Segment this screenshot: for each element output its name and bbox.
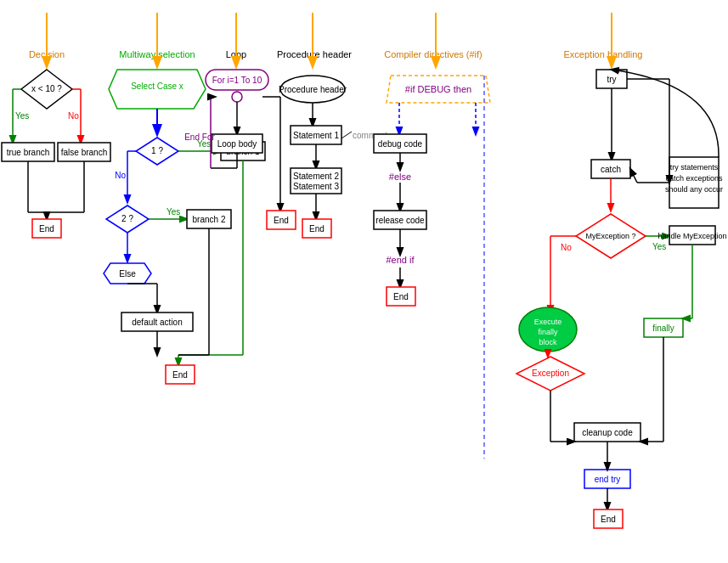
exception-shape-label: Exception (532, 369, 569, 378)
default-action-label: default action (132, 318, 183, 327)
loop-body-label: Loop body (217, 139, 257, 149)
yes-label-2: Yes (166, 207, 180, 217)
try-statements-label3: should any occur (665, 185, 723, 194)
case1-label: 1 ? (151, 146, 163, 155)
statement2-label: Statement 2 (293, 172, 339, 181)
myexception-label: MyException ? (585, 232, 635, 240)
yes-label-exception: Yes (652, 242, 666, 251)
release-code-label: release code (375, 216, 425, 225)
if-debug-label: #if DEBUG then (405, 84, 471, 94)
procedure-label: Procedure header (277, 49, 352, 59)
end-try-label: end try (595, 475, 621, 484)
end-if-label: #end if (386, 255, 415, 265)
svg-line-95 (630, 169, 637, 183)
no-label-decision: No (68, 111, 79, 121)
no-label-1: No (115, 171, 126, 180)
finally-label: finally (652, 324, 674, 333)
branch2-label: branch 2 (193, 215, 226, 224)
try-statements-label2: catch exceptions (665, 174, 723, 183)
case2-label: 2 ? (121, 214, 133, 223)
release-end-label: End (393, 292, 409, 301)
debug-code-label: debug code (378, 139, 423, 149)
execute-finally-label1: Execute (534, 318, 562, 326)
cleanup-code-label: cleanup code (582, 428, 633, 437)
handle-exception-label: handle MyException (657, 232, 726, 240)
else-directive-label: #else (389, 172, 411, 182)
true-branch-label: true branch (7, 148, 50, 157)
procedure-header-label: Procedure header (279, 85, 347, 94)
for-loop-label: For i=1 To 10 (212, 76, 262, 85)
catch-label: catch (601, 165, 621, 174)
execute-finally-label3: block (539, 338, 557, 346)
svg-point-39 (232, 92, 242, 102)
decision-end-label: End (39, 224, 54, 234)
execute-finally-label2: finally (538, 328, 558, 336)
procedure-end-label: End (309, 224, 324, 234)
else-label: Else (119, 269, 136, 279)
yes-label-decision: Yes (15, 111, 29, 121)
diagram-canvas: Decision Multiway selection Loop Procedu… (0, 0, 728, 563)
exception-end-label: End (601, 515, 616, 524)
try-statements-label1: try statements (670, 163, 719, 172)
decision-condition: x < 10 ? (31, 84, 62, 93)
no-label-exception: No (561, 243, 572, 252)
svg-line-53 (341, 132, 352, 138)
loop-end-label: End (274, 216, 289, 225)
multiway-end-label: End (172, 370, 188, 380)
end-for-label: End For (184, 132, 215, 142)
try-label: try (607, 75, 616, 84)
exception-label: Exception handling (564, 49, 643, 59)
statement3-label: Statement 3 (293, 182, 339, 191)
compiler-label: Compiler directives (#if) (384, 49, 483, 59)
false-branch-label: false branch (61, 148, 107, 157)
select-case-label: Select Case x (131, 82, 183, 91)
statement1-label: Statement 1 (293, 131, 339, 140)
